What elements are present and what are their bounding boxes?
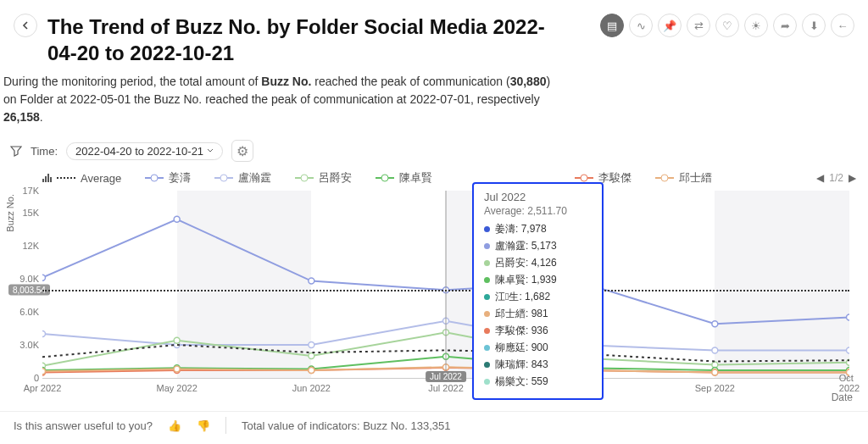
download-icon[interactable]: ⬇	[802, 14, 826, 37]
legend-series-0[interactable]: 姜濤	[145, 170, 191, 186]
svg-point-7	[42, 331, 45, 337]
svg-point-13	[847, 347, 849, 353]
y-tick: 6.0K	[10, 307, 39, 317]
legend-series-1[interactable]: 盧瀚霆	[214, 170, 271, 186]
svg-point-36	[174, 366, 180, 372]
chart-toolbar: ▤ ∿ 📌 ⇄ ♡ ☀ ➦ ⬇ ←	[600, 14, 854, 37]
y-tick: 3.0K	[10, 340, 39, 350]
tooltip-row: 邱士縉: 981	[484, 307, 592, 321]
chart-lines	[42, 191, 849, 378]
description-text: During the monitoring period, the total …	[0, 73, 576, 136]
y-tick: 17K	[10, 186, 39, 196]
tooltip-row: 陳瑞輝: 843	[484, 358, 592, 372]
highlight-icon[interactable]: ☀	[744, 14, 768, 37]
share-icon[interactable]: ➦	[773, 14, 797, 37]
page-title: The Trend of Buzz No. by Folder Social M…	[47, 14, 573, 66]
average-line	[42, 290, 849, 291]
x-highlight-tag: Jul 2022	[426, 371, 466, 382]
chart: Buzz No. 8,003.54 Jul 2022 03.0K6.0K9.0K…	[7, 191, 853, 402]
legend-pager: ◀ 1/2 ▶	[815, 172, 858, 184]
y-tick: 0	[10, 373, 39, 383]
x-tick: Sep 2022	[695, 383, 735, 393]
tooltip-row: 柳應廷: 900	[484, 341, 592, 355]
time-label: Time:	[31, 145, 58, 158]
tooltip-row: 李駿傑: 936	[484, 324, 592, 338]
tooltip-row: 楊樂文: 559	[484, 375, 592, 389]
x-tick: Apr 2022	[24, 383, 62, 393]
legend-average[interactable]: Average	[42, 172, 121, 185]
svg-point-40	[712, 369, 718, 375]
tooltip-row: 姜濤: 7,978	[484, 222, 592, 236]
plot-area[interactable]: 8,003.54 Jul 2022 03.0K6.0K9.0K12K15K17K…	[42, 191, 849, 379]
svg-point-16	[309, 353, 314, 359]
total-indicators: Total value of indicators: Buzz No. 133,…	[242, 419, 450, 432]
legend: Average 姜濤 盧瀚霆 呂爵安 陳卓賢 李駿傑 邱士縉 ◀ 1/2 ▶	[0, 170, 868, 191]
chart-tooltip: Jul 2022 Average: 2,511.70 姜濤: 7,978盧瀚霆:…	[472, 182, 604, 400]
tooltip-row: 盧瀚霆: 5,173	[484, 239, 592, 253]
svg-point-15	[174, 338, 180, 344]
pager-prev[interactable]: ◀	[815, 172, 826, 184]
svg-point-5	[712, 321, 718, 327]
back-button[interactable]	[14, 14, 37, 37]
swap-icon[interactable]: ⇄	[687, 14, 710, 37]
filter-icon[interactable]	[10, 145, 22, 157]
x-tick: Jun 2022	[292, 383, 331, 393]
thumbs-up-icon[interactable]: 👍	[168, 419, 181, 432]
divider	[225, 417, 226, 434]
legend-series-2[interactable]: 呂爵安	[295, 170, 352, 186]
svg-point-12	[712, 347, 718, 353]
svg-point-1	[174, 217, 180, 223]
svg-point-6	[847, 314, 849, 320]
time-range-selector[interactable]: 2022-04-20 to 2022-10-21	[66, 142, 223, 160]
tooltip-row: 江𤒹生: 1,682	[484, 290, 592, 304]
settings-button[interactable]: ⚙	[231, 140, 253, 162]
pager-next[interactable]: ▶	[847, 172, 858, 184]
y-tick: 12K	[10, 241, 39, 251]
tooltip-row: 陳卓賢: 1,939	[484, 273, 592, 287]
chevron-down-icon	[207, 147, 214, 154]
tooltip-row: 呂爵安: 4,126	[484, 256, 592, 270]
footer: Is this answer useful to you? 👍 👎 Total …	[0, 411, 868, 439]
svg-point-35	[42, 369, 45, 375]
x-tick: May 2022	[157, 383, 198, 393]
thumbs-down-icon[interactable]: 👎	[197, 419, 210, 432]
bar-icon	[42, 174, 52, 182]
y-tick: 15K	[10, 208, 39, 218]
svg-point-0	[42, 275, 45, 281]
legend-series-3[interactable]: 陳卓賢	[376, 170, 432, 186]
legend-series-5[interactable]: 邱士縉	[655, 170, 712, 186]
y-tick: 9.0K	[10, 274, 39, 284]
collapse-icon[interactable]: ←	[831, 14, 854, 37]
trend-icon[interactable]: ∿	[629, 14, 653, 37]
pin-icon[interactable]: 📌	[658, 14, 682, 37]
useful-prompt: Is this answer useful to you?	[14, 419, 153, 432]
svg-point-9	[309, 342, 314, 348]
svg-point-37	[309, 368, 314, 374]
svg-point-2	[309, 278, 314, 284]
x-tick: Jul 2022	[428, 383, 464, 393]
x-tick: Oct 2022	[839, 373, 860, 393]
heart-icon[interactable]: ♡	[715, 14, 739, 37]
x-axis-label: Date	[832, 391, 853, 403]
table-view-icon[interactable]: ▤	[600, 14, 624, 37]
